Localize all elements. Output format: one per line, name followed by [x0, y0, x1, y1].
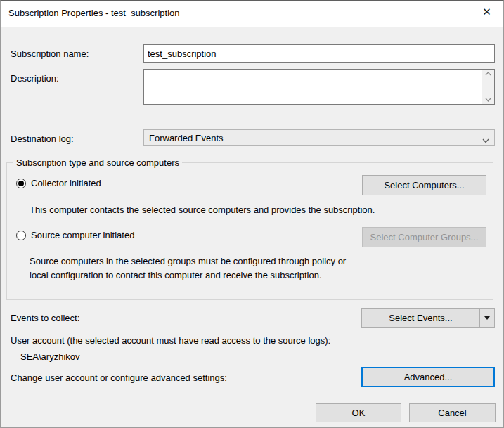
user-account-value: SEA\aryzhikov	[20, 351, 80, 362]
events-to-collect-label: Events to collect:	[11, 313, 79, 323]
collector-initiated-radio[interactable]	[16, 179, 26, 188]
cancel-button[interactable]: Cancel	[409, 403, 496, 422]
ok-button[interactable]: OK	[316, 403, 401, 422]
groupbox-title: Subscription type and source computers	[13, 157, 182, 168]
select-events-splitbutton[interactable]: Select Events...	[361, 308, 495, 328]
destination-log-combobox[interactable]: Forwarded Events	[143, 129, 495, 146]
description-label: Description:	[11, 73, 59, 84]
subscription-properties-dialog: Subscription Properties - test_subscript…	[0, 0, 504, 428]
scroll-up-icon[interactable]	[485, 70, 491, 78]
advanced-button[interactable]: Advanced...	[361, 367, 495, 387]
destination-log-label: Destination log:	[11, 134, 74, 144]
advanced-settings-label: Change user account or configure advance…	[11, 372, 227, 383]
description-field	[143, 69, 495, 105]
chevron-down-icon	[482, 135, 489, 145]
collector-description: This computer contacts the selected sour…	[30, 203, 375, 217]
select-events-dropdown[interactable]	[479, 309, 494, 327]
window-title: Subscription Properties - test_subscript…	[8, 8, 180, 18]
source-initiated-radio[interactable]	[16, 231, 26, 240]
subscription-type-groupbox: Subscription type and source computers C…	[6, 162, 493, 300]
subscription-name-input[interactable]	[143, 44, 495, 63]
scroll-down-icon[interactable]	[485, 96, 491, 104]
select-events-button[interactable]: Select Events...	[362, 309, 479, 327]
close-button[interactable]: ✕	[471, 1, 503, 22]
user-account-label: User account (the selected account must …	[11, 335, 330, 346]
source-description-line1: Source computers in the selected groups …	[30, 254, 346, 268]
subscription-name-label: Subscription name:	[11, 48, 89, 59]
dropdown-arrow-icon	[484, 316, 490, 320]
titlebar: Subscription Properties - test_subscript…	[1, 1, 503, 27]
select-computer-groups-button: Select Computer Groups...	[362, 227, 486, 247]
select-computers-button[interactable]: Select Computers...	[362, 175, 486, 195]
collector-initiated-label: Collector initiated	[31, 178, 101, 188]
source-initiated-label: Source computer initiated	[31, 230, 134, 240]
destination-log-value: Forwarded Events	[149, 133, 224, 143]
source-description-line2: local configuration to contact this comp…	[30, 268, 346, 283]
description-input[interactable]	[144, 70, 482, 104]
source-description: Source computers in the selected groups …	[30, 254, 346, 283]
description-scrollbar[interactable]	[482, 70, 494, 104]
close-icon: ✕	[482, 6, 491, 18]
